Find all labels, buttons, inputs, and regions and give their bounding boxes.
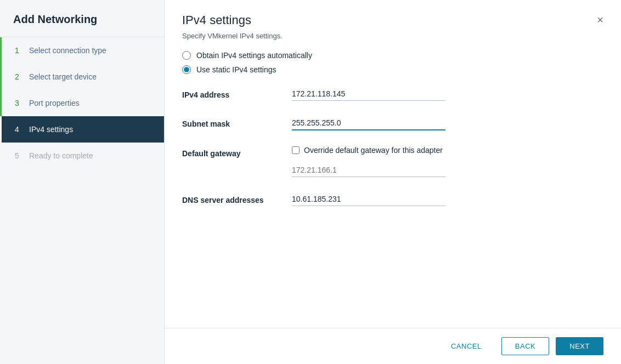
ipv4-address-label: IPv4 address	[182, 87, 292, 99]
cancel-button[interactable]: CANCEL	[438, 338, 495, 355]
step-num-1: 1	[15, 46, 24, 55]
default-gateway-controls: Override default gateway for this adapte…	[292, 146, 445, 177]
subnet-mask-input[interactable]	[292, 116, 445, 130]
radio-static-input[interactable]	[182, 65, 191, 74]
default-gateway-label: Default gateway	[182, 146, 292, 158]
footer: CANCEL BACK NEXT	[165, 328, 621, 364]
radio-static[interactable]: Use static IPv4 settings	[182, 65, 603, 74]
add-networking-dialog: Add Networking 1Select connection type2S…	[0, 0, 621, 364]
step-label-4: IPv4 settings	[29, 125, 73, 134]
sidebar-step-1[interactable]: 1Select connection type	[0, 37, 164, 64]
main-panel: IPv4 settings × Specify VMkernel IPv4 se…	[165, 0, 621, 364]
back-button[interactable]: BACK	[501, 337, 549, 355]
ipv4-address-input-wrapper	[292, 87, 445, 101]
step-num-3: 3	[15, 99, 24, 107]
page-subtitle: Specify VMkernel IPv4 settings.	[165, 27, 621, 40]
close-button[interactable]: ×	[597, 14, 603, 25]
step-label-5: Ready to complete	[29, 151, 93, 160]
radio-static-label: Use static IPv4 settings	[196, 65, 276, 74]
steps-list: 1Select connection type2Select target de…	[0, 37, 164, 364]
step-label-2: Select target device	[29, 72, 97, 81]
main-header: IPv4 settings ×	[165, 0, 621, 27]
ipv4-address-input[interactable]	[292, 87, 445, 101]
dns-server-input-wrapper	[292, 192, 445, 206]
radio-auto-label: Obtain IPv4 settings automatically	[196, 51, 312, 60]
dns-server-input[interactable]	[292, 192, 445, 206]
main-body: Obtain IPv4 settings automatically Use s…	[165, 40, 621, 328]
step-num-5: 5	[15, 151, 24, 160]
dialog-title: Add Networking	[0, 0, 164, 37]
subnet-mask-row: Subnet mask	[182, 116, 603, 130]
override-gateway-checkbox-label[interactable]: Override default gateway for this adapte…	[292, 146, 443, 155]
radio-auto[interactable]: Obtain IPv4 settings automatically	[182, 51, 603, 60]
default-gateway-row: Default gateway Override default gateway…	[182, 146, 603, 177]
step-label-1: Select connection type	[29, 46, 106, 55]
sidebar-step-3[interactable]: 3Port properties	[0, 90, 164, 116]
radio-group: Obtain IPv4 settings automatically Use s…	[182, 51, 603, 74]
override-gateway-checkbox[interactable]	[292, 146, 300, 154]
page-title: IPv4 settings	[182, 13, 251, 27]
step-num-2: 2	[15, 72, 24, 81]
subnet-mask-input-wrapper	[292, 116, 445, 130]
sidebar-step-5: 5Ready to complete	[0, 143, 164, 169]
step-num-4: 4	[15, 125, 24, 134]
radio-auto-input[interactable]	[182, 51, 191, 60]
sidebar: Add Networking 1Select connection type2S…	[0, 0, 165, 364]
dns-server-label: DNS server addresses	[182, 192, 292, 204]
step-label-3: Port properties	[29, 99, 80, 107]
sidebar-step-2[interactable]: 2Select target device	[0, 64, 164, 90]
next-button[interactable]: NEXT	[556, 337, 603, 355]
dns-server-row: DNS server addresses	[182, 192, 603, 206]
sidebar-step-4[interactable]: 4IPv4 settings	[0, 116, 164, 143]
gateway-address-input[interactable]	[292, 163, 445, 177]
subnet-mask-label: Subnet mask	[182, 116, 292, 128]
form-section: IPv4 address Subnet mask Default gateway	[182, 87, 603, 206]
ipv4-address-row: IPv4 address	[182, 87, 603, 101]
override-gateway-checkbox-row: Override default gateway for this adapte…	[292, 146, 445, 155]
override-gateway-text: Override default gateway for this adapte…	[304, 146, 443, 155]
